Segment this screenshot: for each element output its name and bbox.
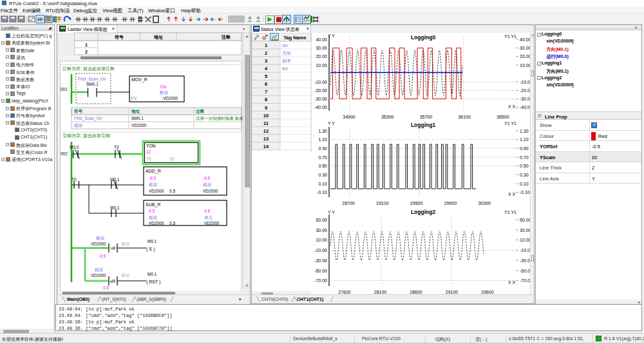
svg-text:Y Y: Y Y xyxy=(328,121,335,126)
svg-text:30.00: 30.00 xyxy=(316,228,327,233)
svg-text:29900: 29900 xyxy=(444,201,457,205)
svg-text:0.50: 0.50 xyxy=(318,164,327,168)
svg-text:sin: sin xyxy=(282,43,288,48)
svg-text:-9.5: -9.5 xyxy=(149,176,156,180)
svg-text:29600: 29600 xyxy=(481,290,494,294)
svg-text:VD2000: VD2000 xyxy=(163,96,178,100)
svg-text:M0.0: M0.0 xyxy=(70,145,79,149)
svg-text:0.30: 0.30 xyxy=(318,173,327,177)
svg-text:001: 001 xyxy=(61,87,68,91)
svg-text:-70.00: -70.00 xyxy=(314,278,327,283)
svg-text:10.00: 10.00 xyxy=(316,238,327,242)
svg-text:( RST ): ( RST ) xyxy=(146,280,160,285)
svg-text:002: 002 xyxy=(61,151,68,156)
svg-text:模拟: 模拟 xyxy=(149,182,158,187)
svg-text:MOV_R: MOV_R xyxy=(131,77,147,82)
svg-text:10: 10 xyxy=(169,157,175,161)
svg-text:35300: 35300 xyxy=(381,115,394,119)
svg-text:30.0: 30.0 xyxy=(121,273,129,278)
svg-text:1.30: 1.30 xyxy=(520,129,529,133)
svg-text:-30.00: -30.00 xyxy=(314,258,327,263)
svg-text:0.5: 0.5 xyxy=(169,221,175,225)
svg-text:-9.5: -9.5 xyxy=(99,254,106,258)
svg-text:M0.1: M0.1 xyxy=(110,205,120,210)
svg-text:符号: 符号 xyxy=(114,35,124,40)
svg-text:20.00: 20.00 xyxy=(316,54,327,59)
svg-text:M0.1: M0.1 xyxy=(110,177,120,182)
svg-text:1: 1 xyxy=(265,43,267,48)
svg-text:Y Y: Y Y xyxy=(328,210,335,215)
svg-text:VD2000: VD2000 xyxy=(203,189,218,193)
svg-text:模拟: 模拟 xyxy=(95,267,104,272)
svg-text:30300: 30300 xyxy=(478,201,491,205)
svg-text:28600: 28600 xyxy=(410,290,422,294)
svg-text:VD2000: VD2000 xyxy=(149,189,164,193)
svg-text:1: 1 xyxy=(85,43,88,47)
svg-text:14: 14 xyxy=(263,144,269,149)
svg-text:模拟: 模拟 xyxy=(203,182,212,187)
svg-text:10s: 10s xyxy=(160,84,167,89)
svg-text:28700: 28700 xyxy=(342,201,355,205)
svg-text:40.00: 40.00 xyxy=(520,37,531,42)
svg-text:T0: T0 xyxy=(114,145,119,149)
svg-text:27600: 27600 xyxy=(338,290,351,294)
svg-text:注释: 注释 xyxy=(221,34,231,40)
svg-text:10.00: 10.00 xyxy=(316,63,327,68)
svg-text:28100: 28100 xyxy=(374,290,387,294)
svg-text:0.90: 0.90 xyxy=(318,146,327,151)
svg-text:模拟: 模拟 xyxy=(74,123,83,128)
svg-text:M0.1: M0.1 xyxy=(147,239,157,244)
svg-text:0.30: 0.30 xyxy=(520,173,529,177)
svg-text:SUB_R: SUB_R xyxy=(146,202,160,207)
svg-text:0.5: 0.5 xyxy=(103,285,109,290)
svg-text:-30.00: -30.00 xyxy=(314,97,327,101)
svg-text:35700: 35700 xyxy=(420,115,433,119)
svg-text:29100: 29100 xyxy=(446,290,459,294)
svg-text:模拟: 模拟 xyxy=(149,215,158,220)
svg-text:SM0.1: SM0.1 xyxy=(131,116,144,120)
svg-text:保点: 保点 xyxy=(204,215,213,220)
svg-text:-0.10: -0.10 xyxy=(317,190,327,195)
svg-text:X X: X X xyxy=(508,192,516,196)
svg-text:数值: 数值 xyxy=(159,90,169,95)
svg-text:Logging0: Logging0 xyxy=(411,34,436,41)
svg-text:11: 11 xyxy=(263,120,269,126)
svg-text:30.00: 30.00 xyxy=(520,228,531,233)
svg-text:0.90: 0.90 xyxy=(520,146,529,151)
svg-text:3: 3 xyxy=(265,58,267,64)
svg-text:VD2000: VD2000 xyxy=(91,273,106,278)
svg-text:( S ): ( S ) xyxy=(146,247,155,252)
svg-text:tim: tim xyxy=(282,66,289,71)
svg-text:方向: 方向 xyxy=(282,50,291,56)
svg-text:0.70: 0.70 xyxy=(520,155,529,160)
svg-text:2: 2 xyxy=(85,50,88,54)
svg-text:地址: 地址 xyxy=(131,109,140,114)
svg-text:-9.5: -9.5 xyxy=(203,176,211,180)
svg-text:0.5: 0.5 xyxy=(169,189,175,193)
svg-text:Y1 Y1: Y1 Y1 xyxy=(504,34,516,39)
svg-text:30.0: 30.0 xyxy=(121,242,129,246)
svg-text:-20.00: -20.00 xyxy=(314,88,327,93)
svg-text:SM0.1: SM0.1 xyxy=(86,82,99,86)
svg-text:10.00: 10.00 xyxy=(520,238,531,242)
svg-text:模拟: 模拟 xyxy=(96,236,105,240)
svg-text:1.30: 1.30 xyxy=(318,129,327,133)
svg-text:Y1 Y1: Y1 Y1 xyxy=(504,121,516,126)
svg-text:29100: 29100 xyxy=(376,201,389,205)
svg-text:VD2000: VD2000 xyxy=(149,221,164,225)
svg-text:T0: T0 xyxy=(71,177,77,182)
svg-text:2: 2 xyxy=(265,50,267,56)
svg-text:X X: X X xyxy=(508,104,516,109)
svg-text:-10.00: -10.00 xyxy=(314,80,327,84)
svg-text:Tag Name: Tag Name xyxy=(283,35,306,41)
svg-text:VD2000: VD2000 xyxy=(91,242,106,246)
svg-text:10: 10 xyxy=(263,113,269,119)
svg-text:M0.1: M0.1 xyxy=(147,272,157,276)
svg-text:36100: 36100 xyxy=(458,115,471,119)
svg-text:29500: 29500 xyxy=(410,201,423,205)
svg-text:30.00: 30.00 xyxy=(520,46,531,50)
svg-text:8: 8 xyxy=(265,97,267,102)
svg-text:Logging1: Logging1 xyxy=(411,122,436,128)
svg-text:13: 13 xyxy=(263,136,269,142)
svg-text:6: 6 xyxy=(265,81,267,87)
